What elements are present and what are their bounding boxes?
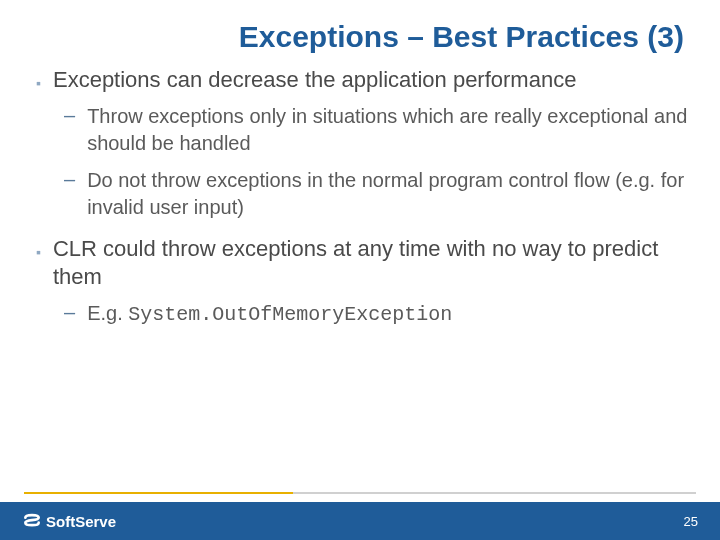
- divider-rule: [24, 492, 696, 494]
- brand-logo: SoftServe: [22, 511, 116, 531]
- square-bullet-icon: ▪: [36, 74, 41, 92]
- bullet-level-2: – E.g. System.OutOfMemoryException: [64, 300, 690, 328]
- slide-title: Exceptions – Best Practices (3): [30, 20, 690, 54]
- slide-footer: SoftServe 25: [0, 502, 720, 540]
- bullet-text: Exceptions can decrease the application …: [53, 66, 576, 95]
- bullet-prefix: E.g.: [87, 302, 128, 324]
- page-number: 25: [684, 514, 698, 529]
- bullet-level-1: ▪ CLR could throw exceptions at any time…: [36, 235, 690, 292]
- slide-content: ▪ Exceptions can decrease the applicatio…: [30, 66, 690, 328]
- dash-bullet-icon: –: [64, 299, 75, 326]
- bullet-level-1: ▪ Exceptions can decrease the applicatio…: [36, 66, 690, 95]
- bullet-text: Throw exceptions only in situations whic…: [87, 103, 690, 157]
- brand-name: SoftServe: [46, 513, 116, 530]
- slide: Exceptions – Best Practices (3) ▪ Except…: [0, 0, 720, 540]
- bullet-level-2: – Throw exceptions only in situations wh…: [64, 103, 690, 157]
- logo-icon: [22, 511, 42, 531]
- bullet-text: CLR could throw exceptions at any time w…: [53, 235, 690, 292]
- bullet-text: E.g. System.OutOfMemoryException: [87, 300, 452, 328]
- square-bullet-icon: ▪: [36, 243, 41, 261]
- bullet-level-2: – Do not throw exceptions in the normal …: [64, 167, 690, 221]
- dash-bullet-icon: –: [64, 102, 75, 129]
- code-text: System.OutOfMemoryException: [128, 303, 452, 326]
- dash-bullet-icon: –: [64, 166, 75, 193]
- bullet-text: Do not throw exceptions in the normal pr…: [87, 167, 690, 221]
